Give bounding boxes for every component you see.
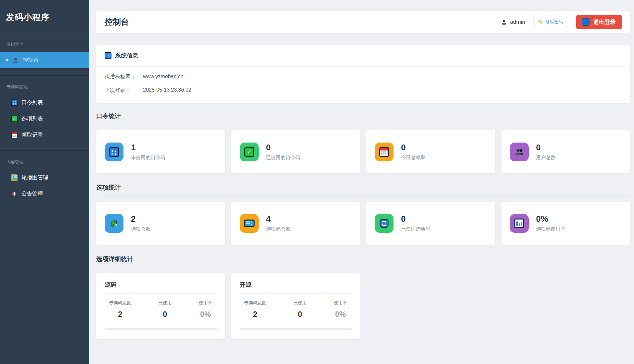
stat-value: 0: [401, 215, 430, 223]
info-value: www.yzmoban.cn: [143, 74, 184, 81]
detail-column: 已使用 0: [293, 300, 307, 319]
info-label: 上次登录：: [105, 87, 143, 94]
main-content: 控制台 admin 修改密码 ← 退出登录 i 系统信息: [89, 0, 634, 364]
detail-col-label: 使用率: [334, 300, 347, 306]
detail-col-value: 2: [244, 310, 266, 319]
sidebar-item-console[interactable]: 控制台: [0, 52, 89, 68]
sidebar-item-label: 口令列表: [21, 99, 43, 106]
detail-col-value: 0: [293, 310, 307, 319]
badge-purple: [510, 214, 529, 233]
input-numbers-icon: 1 23 4: [11, 99, 18, 106]
stat-label: 已使用的口令码: [266, 155, 300, 161]
header-actions: admin 修改密码 ← 退出登录: [501, 15, 622, 29]
detail-card-opensource: 开源 专属码总数 2 已使用 0 使用率 0%: [231, 273, 360, 339]
detail-column: 专属码总数 2: [109, 300, 131, 319]
system-info-body: 优质模板网： www.yzmoban.cn 上次登录： 2025-05-13 2…: [96, 67, 630, 103]
stat-card-option-total: 2 选项总数: [96, 202, 225, 245]
sidebar-item-label: 选项列表: [21, 115, 43, 122]
system-info-header: i 系统信息: [96, 45, 630, 67]
progress-track: [240, 328, 352, 330]
sidebar-item-banner-management[interactable]: 轮播图管理: [0, 169, 89, 186]
ticket-icon: [244, 220, 254, 227]
badge-blue: 1 23 4: [105, 143, 123, 161]
section-heading-password-stats: 口令统计: [96, 112, 630, 125]
logout-button[interactable]: ← 退出登录: [576, 15, 622, 29]
info-icon: i: [105, 52, 111, 59]
detail-column: 专属码总数 2: [244, 300, 266, 319]
detail-card-title: 源码: [105, 281, 217, 294]
active-bullet-icon: [6, 59, 8, 61]
stat-label: 选项码总数: [266, 226, 291, 232]
app-logo: 发码小程序: [0, 0, 89, 33]
detail-column: 已使用 0: [159, 300, 172, 319]
sidebar-item-label: 控制台: [23, 56, 39, 64]
change-password-button[interactable]: 修改密码: [534, 17, 567, 27]
sidebar-item-option-list[interactable]: ✓ 选项列表: [0, 111, 89, 127]
people-icon: [514, 147, 524, 157]
person-icon: [501, 19, 507, 25]
stat-value: 4: [266, 215, 291, 223]
sidebar-group-basic: 基础管理 控制台: [0, 33, 89, 76]
detail-col-label: 专属码总数: [109, 300, 131, 306]
sidebar-group-label: 专属码管理: [0, 76, 89, 94]
detail-col-label: 已使用: [293, 300, 307, 306]
sidebar-group-label: 内容管理: [0, 151, 89, 169]
change-password-label: 修改密码: [545, 19, 563, 25]
stat-label: 未使用的口令码: [131, 155, 165, 161]
sidebar-item-label: 轮播图管理: [21, 174, 48, 181]
sidebar-item-password-list[interactable]: 1 23 4 口令列表: [0, 94, 89, 111]
system-info-card: i 系统信息 优质模板网： www.yzmoban.cn 上次登录： 2025-…: [96, 45, 630, 103]
sidebar: 发码小程序 基础管理 控制台 专属码管理 1 23 4 口令列表 ✓ 选项列表 …: [0, 0, 89, 364]
badge-blue: [105, 214, 123, 233]
stat-card-unused-codes: 1 23 4 1 未使用的口令码: [96, 130, 225, 173]
detail-row: 源码 专属码总数 2 已使用 0 使用率 0% 开源: [96, 273, 630, 339]
stat-row-password: 1 23 4 1 未使用的口令码 ✓ 0 已使用的口令码 0 今日总: [96, 130, 630, 173]
left-arrow-icon: ←: [582, 18, 589, 26]
badge-green: [375, 214, 394, 233]
puzzle-icon: [109, 219, 119, 228]
detail-col-value: 0: [159, 310, 172, 319]
app-title: 发码小程序: [6, 12, 50, 22]
detail-col-value: 0%: [199, 310, 212, 319]
stat-value: 0: [266, 143, 300, 152]
input-numbers-icon: 1 23 4: [109, 147, 119, 157]
header-bar: 控制台 admin 修改密码 ← 退出登录: [96, 11, 630, 33]
stat-card-used-codes: ✓ 0 已使用的口令码: [231, 130, 360, 173]
calendar-icon: [11, 132, 18, 138]
sidebar-group-content: 内容管理 轮播图管理 公告管理: [0, 151, 89, 209]
stat-label: 今日总领取: [401, 155, 425, 161]
progress-track: [105, 328, 217, 330]
stat-card-option-usage-rate: 0% 选项码使用率: [501, 202, 630, 245]
detail-col-value: 0%: [334, 310, 347, 319]
current-user: admin: [501, 19, 525, 25]
check-mark-icon: ✓: [11, 116, 18, 122]
sidebar-item-claim-records[interactable]: 领取记录: [0, 127, 89, 143]
stat-label: 选项码使用率: [536, 226, 565, 232]
username: admin: [510, 19, 525, 25]
stat-card-option-codes-total: 4 选项码总数: [231, 202, 360, 245]
stat-value: 0: [401, 143, 425, 152]
key-icon: [538, 19, 543, 25]
calendar-icon: [379, 147, 389, 157]
system-info-title: 系统信息: [115, 52, 138, 59]
badge-green: ✓: [240, 143, 259, 161]
detail-columns: 专属码总数 2 已使用 0 使用率 0%: [105, 300, 217, 319]
stat-label: 用户总数: [536, 155, 556, 161]
detail-columns: 专属码总数 2 已使用 0 使用率 0%: [240, 300, 352, 319]
framed-picture-icon: [11, 174, 18, 181]
info-row: 优质模板网： www.yzmoban.cn: [105, 74, 622, 81]
detail-col-label: 专属码总数: [244, 300, 266, 306]
detail-card-title: 开源: [240, 281, 352, 294]
info-row: 上次登录： 2025-05-13 23:36:02: [105, 87, 622, 94]
info-value: 2025-05-13 23:36:02: [143, 87, 191, 94]
badge-orange: [375, 143, 394, 161]
stat-value: 0: [536, 143, 556, 152]
person-icon: [12, 57, 19, 63]
page-title: 控制台: [105, 17, 129, 27]
sidebar-item-announcement-management[interactable]: 公告管理: [0, 186, 89, 202]
stat-card-option-codes-used: 0 已使用选项码: [366, 202, 495, 245]
check-mark-icon: ✓: [244, 147, 254, 157]
info-label: 优质模板网：: [105, 74, 143, 81]
detail-col-label: 使用率: [199, 300, 212, 306]
sidebar-item-label: 领取记录: [21, 132, 43, 139]
